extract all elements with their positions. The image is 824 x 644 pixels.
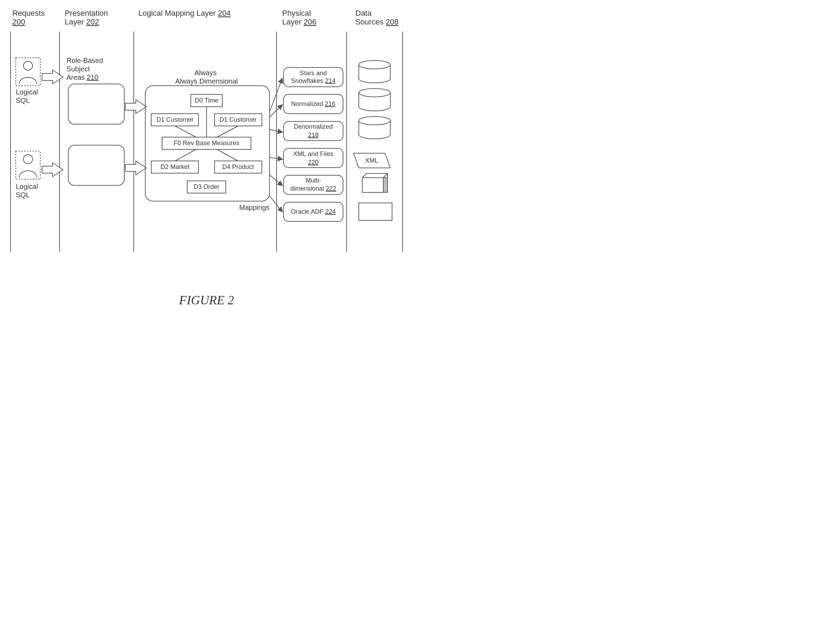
svg-line-36	[175, 149, 196, 161]
logical-box-f0-rev: F0 Rev Base Measures	[162, 137, 251, 149]
datasource-cube	[362, 173, 387, 192]
actor-user-2	[16, 151, 40, 179]
svg-point-62	[359, 117, 390, 125]
svg-text:Layer 206: Layer 206	[282, 17, 317, 26]
svg-text:Data: Data	[355, 9, 372, 17]
svg-point-16	[23, 61, 32, 70]
datasource-xml-file: XML	[354, 153, 390, 168]
svg-text:Snowflakes 214: Snowflakes 214	[291, 77, 335, 84]
logical-box-d1a-customer: D1 Customer	[151, 114, 198, 126]
physical-box-denormalized: Denormalized 218	[284, 121, 343, 141]
svg-line-43	[269, 196, 282, 212]
column-presentation-title: Presentation Layer 202	[65, 9, 108, 26]
logical-box-d2-market: D2 Market	[151, 161, 198, 173]
svg-text:F0 Rev Base Measures: F0 Rev Base Measures	[174, 140, 240, 147]
mapping-arrows	[269, 79, 282, 212]
mappings-label: Mappings	[239, 204, 269, 211]
logical-box-d1b-customer: D1 Customer	[215, 114, 262, 126]
datasource-cylinder-3	[359, 117, 390, 139]
svg-line-40	[269, 129, 282, 132]
svg-text:Layer  202: Layer 202	[65, 17, 99, 26]
svg-line-34	[175, 126, 196, 137]
datasource-cylinder-1	[359, 61, 390, 83]
column-logical-title: Logical Mapping Layer 204	[138, 9, 231, 17]
actor-user-1-caption: Logical SQL	[16, 88, 40, 104]
svg-text:Multi-: Multi-	[306, 177, 321, 184]
svg-text:D2 Market: D2 Market	[160, 163, 189, 170]
column-physical-title: Physical Layer 206	[282, 9, 317, 26]
svg-text:D4 Product: D4 Product	[222, 163, 254, 170]
svg-point-61	[359, 89, 390, 97]
svg-text:220: 220	[308, 159, 318, 166]
datasource-cylinder-2	[359, 89, 390, 111]
figure-caption: FIGURE 2	[179, 293, 234, 307]
physical-box-xml-files: XML and Files 220	[284, 148, 343, 167]
arrow-subject2-to-logical	[125, 161, 146, 175]
datasource-generic-box	[359, 203, 392, 220]
svg-line-35	[217, 126, 238, 137]
physical-box-normalized: Normalized 216	[284, 94, 343, 114]
logical-box-d0-time: D0 Time	[191, 94, 222, 107]
logical-internal-connectors	[175, 107, 238, 161]
physical-box-multidimensional: Multi- dimensional 222	[284, 175, 343, 195]
svg-text:Denormalized: Denormalized	[294, 123, 332, 130]
svg-text:D1 Customer: D1 Customer	[157, 116, 194, 123]
svg-text:Presentation: Presentation	[65, 9, 108, 17]
svg-text:Oracle ADF 224: Oracle ADF 224	[291, 208, 336, 215]
subject-area-box-2	[68, 145, 124, 186]
svg-text:Sources 208: Sources 208	[355, 17, 399, 26]
logical-box-d4-product: D4 Product	[215, 161, 262, 173]
physical-box-stars-snowflakes: Stars and Snowflakes 214	[284, 67, 343, 87]
svg-text:Normalized 216: Normalized 216	[291, 100, 335, 107]
svg-line-37	[217, 149, 238, 161]
subject-area-box-1	[68, 84, 124, 124]
svg-rect-65	[383, 178, 387, 192]
svg-text:Logical Mapping Layer 204: Logical Mapping Layer 204	[138, 9, 231, 17]
arrow-subject1-to-logical	[125, 100, 146, 114]
svg-point-60	[359, 61, 390, 69]
column-requests-title: Requests 200	[12, 9, 45, 26]
svg-text:D1 Customer: D1 Customer	[220, 116, 257, 123]
svg-text:Physical: Physical	[282, 9, 311, 17]
column-datasources-title: Data Sources 208	[355, 9, 399, 26]
svg-text:XML: XML	[365, 157, 378, 164]
physical-box-oracle-adf: Oracle ADF 224	[284, 202, 343, 221]
svg-text:D0 Time: D0 Time	[195, 97, 218, 104]
svg-text:XML and Files: XML and Files	[293, 150, 333, 157]
svg-line-42	[269, 175, 282, 186]
role-based-subject-areas-heading: Role-Based Subject Areas 210	[66, 57, 105, 81]
svg-point-18	[23, 155, 32, 164]
actor-user-1	[16, 58, 40, 86]
dimensional-panel-title: Always Always Dimensional	[175, 69, 238, 85]
svg-line-41	[269, 157, 282, 159]
svg-text:218: 218	[308, 132, 318, 138]
svg-text:200: 200	[12, 17, 25, 26]
svg-rect-64	[362, 178, 383, 192]
svg-text:Requests: Requests	[12, 9, 45, 17]
actor-user-2-caption: Logical SQL	[16, 182, 40, 199]
svg-text:dimensional 222: dimensional 222	[290, 185, 336, 192]
svg-text:D3 Order: D3 Order	[194, 183, 220, 190]
svg-text:Stars and: Stars and	[300, 70, 327, 77]
logical-box-d3-order: D3 Order	[187, 181, 226, 193]
